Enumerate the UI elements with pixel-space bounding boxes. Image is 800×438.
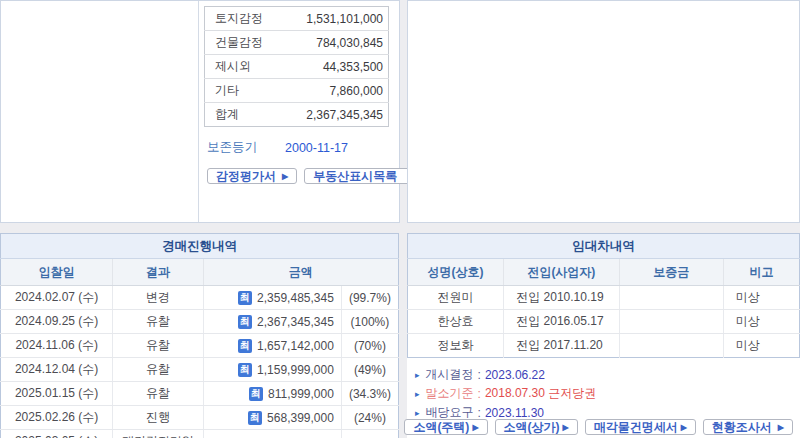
bid-percent: (34.3%) <box>341 382 398 406</box>
small-amount-housing-button[interactable]: 소액(주택) ▶ <box>404 419 487 435</box>
table-title-row: 경매진행내역 <box>1 234 399 259</box>
bid-result: 유찰 <box>113 358 203 382</box>
sale-item-statement-button[interactable]: 매각물건명세서 ▶ <box>585 419 696 435</box>
min-price-badge: 최 <box>238 291 252 305</box>
button-label: 현황조사서 <box>712 419 772 436</box>
table-row: 한상효 전입 2016.05.17 미상 <box>408 310 800 334</box>
table-row: 정보화 전입 2017.11.20 미상 <box>408 334 800 358</box>
bid-date: 2025.01.15 (수) <box>1 382 113 406</box>
arrow-right-icon: ▶ <box>563 423 569 432</box>
note-label: 개시결정 <box>426 366 474 383</box>
bid-result: 진행 <box>113 406 203 430</box>
status-survey-button[interactable]: 현황조사서 ▶ <box>703 419 793 435</box>
bid-result: 유찰 <box>113 310 203 334</box>
bid-result: 변경 <box>113 286 203 310</box>
table-header-row: 입찰일 결과 금액 <box>1 259 399 286</box>
table-row: 전원미 전입 2010.10.19 미상 <box>408 286 800 310</box>
button-label: 소액(주택) <box>413 419 469 436</box>
bid-percent: (49%) <box>341 358 398 382</box>
appraisal-button-row: 감정평가서 ▶ 부동산표시목록 ▶ <box>207 168 389 184</box>
auction-table-title: 경매진행내역 <box>1 234 399 259</box>
col-header-bid-date: 입찰일 <box>1 259 113 286</box>
bid-amount: 최2,359,485,345 <box>203 286 341 310</box>
tenant-note: 미상 <box>723 310 799 334</box>
bid-result: 매각결정기일 <box>113 430 203 438</box>
table-row: 2025.01.15 (수) 유찰 최811,999,000 (34.3%) <box>1 382 399 406</box>
tenant-name: 한상효 <box>408 310 504 334</box>
table-row: 토지감정 1,531,101,000 <box>205 7 389 31</box>
bullet-icon: ▸ <box>415 389 420 399</box>
registry-date: 2000-11-17 <box>285 141 348 155</box>
appraisal-value: 44,353,500 <box>281 55 388 79</box>
col-header-deposit: 보증금 <box>619 259 723 286</box>
tenant-name: 정보화 <box>408 334 504 358</box>
table-row: 건물감정 784,030,845 <box>205 31 389 55</box>
table-row: 2024.11.06 (수) 유찰 최1,657,142,000 (70%) <box>1 334 399 358</box>
bid-amount: 최811,999,000 <box>203 382 341 406</box>
bid-amount <box>203 430 341 438</box>
arrow-right-icon: ▶ <box>472 423 478 432</box>
bullet-icon: ▸ <box>415 370 420 380</box>
tenant-move-in: 전입 2017.11.20 <box>504 334 619 358</box>
bid-percent <box>341 430 398 438</box>
table-row: 2024.09.25 (수) 유찰 최2,367,345,345 (100%) <box>1 310 399 334</box>
arrow-right-icon: ▶ <box>282 172 288 181</box>
table-row: 2024.12.04 (수) 유찰 최1,159,999,000 (49%) <box>1 358 399 382</box>
appraisal-value: 7,860,000 <box>281 79 388 103</box>
bid-amount: 최1,657,142,000 <box>203 334 341 358</box>
button-label: 감정평가서 <box>216 168 276 185</box>
bid-result: 유찰 <box>113 382 203 406</box>
table-row: 합계 2,367,345,345 <box>205 103 389 127</box>
appraisal-value: 784,030,845 <box>281 31 388 55</box>
bid-amount: 최1,159,999,000 <box>203 358 341 382</box>
table-row: 제시외 44,353,500 <box>205 55 389 79</box>
small-amount-commercial-button[interactable]: 소액(상가) ▶ <box>495 419 578 435</box>
lease-section: 임대차내역 성명(상호) 전입(사업자) 보증금 비고 전원미 전입 2010.… <box>407 233 800 438</box>
note-colon: : <box>478 387 481 401</box>
note-colon: : <box>478 406 481 420</box>
note-label: 말소기준 <box>426 385 474 402</box>
min-price-badge: 최 <box>249 387 263 401</box>
min-price-badge: 최 <box>238 315 252 329</box>
table-header-row: 성명(상호) 전입(사업자) 보증금 비고 <box>408 259 800 286</box>
tenant-deposit <box>619 310 723 334</box>
appraisal-table: 토지감정 1,531,101,000 건물감정 784,030,845 제시외 … <box>204 6 389 127</box>
table-row: 2025.02.26 (수) 진행 최568,399,000 (24%) <box>1 406 399 430</box>
case-key-dates: ▸ 개시결정 : 2023.06.22 ▸ 말소기준 : 2018.07.30 … <box>415 365 800 422</box>
bid-amount: 최2,367,345,345 <box>203 310 341 334</box>
appraisal-report-button[interactable]: 감정평가서 ▶ <box>207 168 297 184</box>
bid-amount: 최568,399,000 <box>203 406 341 430</box>
button-label: 소액(상가) <box>504 419 560 436</box>
bid-result: 유찰 <box>113 334 203 358</box>
bullet-icon: ▸ <box>415 408 420 418</box>
bid-date: 2025.02.26 (수) <box>1 406 113 430</box>
min-price-badge: 최 <box>248 411 262 425</box>
table-title-row: 임대차내역 <box>408 234 800 259</box>
auction-progress-section: 경매진행내역 입찰일 결과 금액 2024.02.07 (수) 변경 최2,35… <box>0 233 399 438</box>
button-label: 부동산표시목록 <box>313 168 397 185</box>
min-price-badge: 최 <box>238 339 252 353</box>
col-header-move-in: 전입(사업자) <box>504 259 619 286</box>
button-label: 매각물건명세서 <box>594 419 678 436</box>
start-decision-line: ▸ 개시결정 : 2023.06.22 <box>415 365 800 384</box>
note-colon: : <box>478 368 481 382</box>
appraisal-label: 기타 <box>205 79 282 103</box>
tenant-note: 미상 <box>723 334 799 358</box>
lease-table: 임대차내역 성명(상호) 전입(사업자) 보증금 비고 전원미 전입 2010.… <box>407 233 800 358</box>
appraisal-summary: 토지감정 1,531,101,000 건물감정 784,030,845 제시외 … <box>199 1 399 222</box>
bid-date: 2024.11.06 (수) <box>1 334 113 358</box>
table-row: 기타 7,860,000 <box>205 79 389 103</box>
tenant-name: 전원미 <box>408 286 504 310</box>
auction-progress-table: 경매진행내역 입찰일 결과 금액 2024.02.07 (수) 변경 최2,35… <box>0 233 399 438</box>
property-photo-area <box>1 1 199 222</box>
case-detail-panel <box>407 0 800 223</box>
bid-date: 2024.09.25 (수) <box>1 310 113 334</box>
min-price-badge: 최 <box>238 363 252 377</box>
appraisal-label: 토지감정 <box>205 7 282 31</box>
col-header-result: 결과 <box>113 259 203 286</box>
tenant-move-in: 전입 2010.10.19 <box>504 286 619 310</box>
tenant-move-in: 전입 2016.05.17 <box>504 310 619 334</box>
cancellation-base-line: ▸ 말소기준 : 2018.07.30 근저당권 <box>415 384 800 403</box>
appraisal-label: 제시외 <box>205 55 282 79</box>
lease-table-title: 임대차내역 <box>408 234 800 259</box>
